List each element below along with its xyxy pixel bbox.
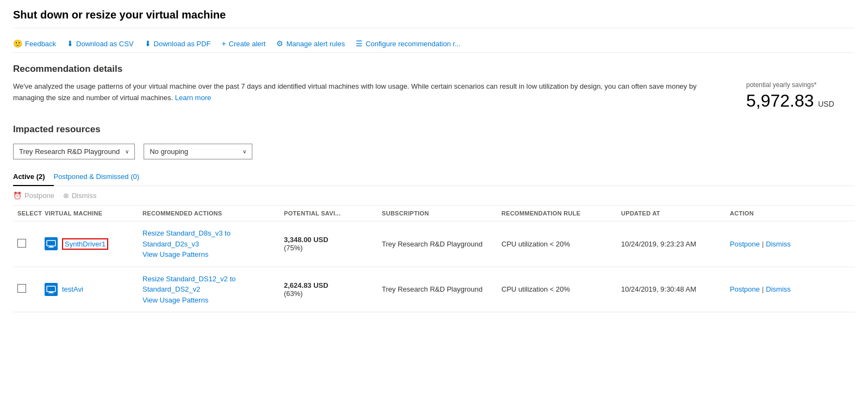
download-csv-icon: ⬇ (67, 39, 73, 48)
savings-box: potential yearly savings* 5,972.83 USD (746, 81, 855, 111)
savings-label: potential yearly savings* (746, 81, 855, 89)
savings-amount-row: 5,972.83 USD (746, 91, 855, 111)
grouping-filter-value: No grouping (150, 147, 188, 156)
subscription-filter-value: Trey Research R&D Playground (19, 147, 120, 156)
col-savings: POTENTIAL SAVI... (280, 210, 377, 217)
recommendation-description: We've analyzed the usage patterns of you… (13, 81, 724, 104)
toolbar: 🙂 Feedback ⬇ Download as CSV ⬇ Download … (13, 35, 855, 53)
col-updated: UPDATED AT (617, 210, 726, 217)
row2-action-separator: | (762, 285, 764, 293)
page-title: Shut down or resize your virtual machine (13, 9, 855, 28)
manage-alert-rules-label: Manage alert rules (286, 40, 345, 48)
row1-vm-cell: SynthDriver1 (40, 237, 138, 250)
download-pdf-icon: ⬇ (145, 39, 151, 48)
feedback-button[interactable]: 🙂 Feedback (13, 39, 56, 48)
download-csv-button[interactable]: ⬇ Download as CSV (67, 39, 134, 48)
tab-active[interactable]: Active (2) (13, 168, 54, 186)
impacted-resources-title: Impacted resources (13, 124, 855, 135)
feedback-label: Feedback (25, 40, 56, 48)
table-row: SynthDriver1 Resize Standard_D8s_v3 to S… (13, 221, 855, 267)
tabs-row: Active (2) Postponed & Dismissed (0) (13, 168, 855, 186)
feedback-icon: 🙂 (13, 39, 22, 48)
download-pdf-label: Download as PDF (154, 40, 211, 48)
subscription-filter[interactable]: Trey Research R&D Playground ∨ (13, 144, 135, 159)
configure-recommendation-icon: ☰ (356, 39, 363, 48)
row2-savings-pct: (63%) (284, 289, 303, 298)
row1-subscription-cell: Trey Research R&D Playground (377, 240, 497, 248)
row1-checkbox[interactable] (17, 239, 26, 248)
row1-vm-name[interactable]: SynthDriver1 (62, 238, 108, 250)
col-subscription: SUBSCRIPTION (377, 210, 497, 217)
grouping-filter-chevron: ∨ (243, 149, 246, 155)
subscription-filter-chevron: ∨ (125, 149, 129, 155)
savings-amount: 5,972.83 (746, 91, 814, 110)
row2-action-col: Postpone | Dismiss (726, 285, 791, 293)
row2-postpone-link[interactable]: Postpone (730, 285, 760, 293)
page-container: Shut down or resize your virtual machine… (0, 0, 868, 321)
postpone-icon: ⏰ (13, 192, 22, 200)
row1-action-separator: | (762, 240, 764, 248)
dismiss-icon: ⊗ (63, 192, 69, 200)
row2-vm-icon (45, 283, 58, 296)
svg-rect-0 (47, 240, 55, 246)
row1-updated-cell: 10/24/2019, 9:23:23 AM (617, 240, 726, 248)
svg-rect-1 (49, 246, 53, 247)
filters-row: Trey Research R&D Playground ∨ No groupi… (13, 144, 855, 159)
vm-svg-icon2 (46, 286, 56, 293)
col-rule: RECOMMENDATION RULE (497, 210, 617, 217)
table-container: SELECT VIRTUAL MACHINE RECOMMENDED ACTIO… (13, 206, 855, 312)
row1-row-actions: Postpone | Dismiss (730, 240, 786, 248)
row1-savings-amount: 3,348.00 USD (284, 236, 328, 244)
tab-postponed-dismissed[interactable]: Postponed & Dismissed (0) (54, 168, 148, 186)
grouping-filter[interactable]: No grouping ∨ (144, 144, 252, 159)
description-text-content: We've analyzed the usage patterns of you… (13, 82, 697, 102)
row2-savings-amount: 2,624.83 USD (284, 281, 328, 289)
dismiss-action-button: ⊗ Dismiss (63, 192, 97, 200)
create-alert-icon: + (221, 39, 226, 48)
row1-usage-link[interactable]: View Usage Patterns (142, 249, 275, 260)
col-action: ACTION (726, 210, 791, 217)
row2-row-actions: Postpone | Dismiss (730, 285, 786, 293)
dismiss-label: Dismiss (72, 192, 97, 200)
create-alert-label: Create alert (229, 40, 266, 48)
row1-action-cell: Resize Standard_D8s_v3 to Standard_D2s_v… (138, 228, 280, 260)
svg-rect-2 (48, 247, 54, 248)
row2-vm-cell: testAvi (40, 283, 138, 296)
row2-dismiss-link[interactable]: Dismiss (766, 285, 791, 293)
configure-recommendation-button[interactable]: ☰ Configure recommendation r... (356, 39, 461, 48)
row2-savings-cell: 2,624.83 USD (63%) (280, 281, 377, 298)
create-alert-button[interactable]: + Create alert (221, 39, 265, 48)
tab-postponed-dismissed-label: Postponed & Dismissed (0) (54, 172, 140, 181)
svg-rect-5 (48, 293, 54, 293)
table-row: testAvi Resize Standard_DS12_v2 to Stand… (13, 267, 855, 313)
row2-vm-name[interactable]: testAvi (62, 285, 83, 293)
configure-recommendation-label: Configure recommendation r... (365, 40, 461, 48)
action-bar: ⏰ Postpone ⊗ Dismiss (13, 186, 855, 206)
row1-postpone-link[interactable]: Postpone (730, 240, 760, 248)
savings-currency: USD (818, 100, 834, 108)
row1-resize-link[interactable]: Resize Standard_D8s_v3 to Standard_D2s_v… (142, 228, 275, 249)
manage-alert-rules-icon: ⚙ (276, 39, 283, 48)
row2-resize-link[interactable]: Resize Standard_DS12_v2 to Standard_DS2_… (142, 274, 275, 295)
row1-dismiss-link[interactable]: Dismiss (766, 240, 791, 248)
vm-svg-icon (46, 240, 56, 248)
row2-checkbox[interactable] (17, 284, 26, 293)
row2-usage-link[interactable]: View Usage Patterns (142, 295, 275, 306)
row1-select-cell (13, 239, 40, 249)
learn-more-link[interactable]: Learn more (175, 94, 211, 102)
row2-subscription-cell: Trey Research R&D Playground (377, 285, 497, 293)
svg-rect-3 (47, 286, 55, 292)
download-pdf-button[interactable]: ⬇ Download as PDF (145, 39, 211, 48)
row1-vm-info: SynthDriver1 (45, 237, 134, 250)
row2-rule-cell: CPU utilization < 20% (497, 285, 617, 293)
col-vm: VIRTUAL MACHINE (40, 210, 138, 217)
col-actions: RECOMMENDED ACTIONS (138, 210, 280, 217)
row1-action-col: Postpone | Dismiss (726, 240, 791, 248)
download-csv-label: Download as CSV (76, 40, 134, 48)
recommendation-section-title: Recommendation details (13, 64, 855, 75)
row1-vm-icon (45, 237, 58, 250)
postpone-action-button: ⏰ Postpone (13, 192, 54, 200)
col-select: SELECT (13, 210, 40, 217)
manage-alert-rules-button[interactable]: ⚙ Manage alert rules (276, 39, 345, 48)
tab-active-label: Active (2) (13, 172, 45, 181)
